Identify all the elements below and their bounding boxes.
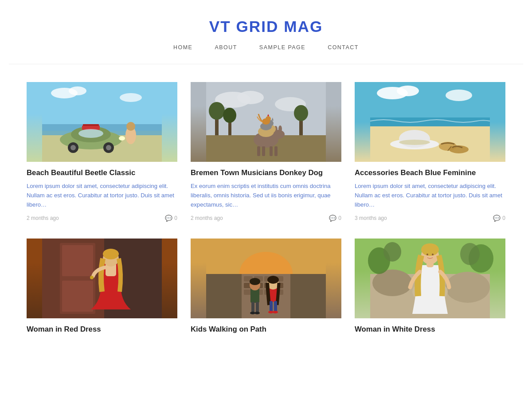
post-body-3: Accessories Beach Blue Feminine Lorem ip… <box>355 162 505 225</box>
svg-point-17 <box>120 93 142 102</box>
nav-item-home[interactable]: HOME <box>173 44 192 51</box>
post-date-2: 2 months ago <box>191 215 223 221</box>
comment-icon-3: 💬 <box>493 215 501 222</box>
post-body-5: Kids Walking on Path <box>191 318 341 341</box>
svg-point-28 <box>294 105 308 121</box>
svg-point-24 <box>209 102 225 120</box>
post-excerpt-1: Lorem ipsum dolor sit amet, consectetur … <box>27 181 177 209</box>
svg-rect-82 <box>206 274 242 318</box>
svg-rect-34 <box>262 146 265 156</box>
post-image-3[interactable] <box>355 82 505 162</box>
post-meta-1: 2 months ago 💬 0 <box>27 215 177 222</box>
svg-rect-60 <box>62 281 93 312</box>
post-card-4: Woman in Red Dress <box>27 239 177 341</box>
post-excerpt-2: Ex eorum enim scriptis et institutis cum… <box>191 181 341 209</box>
post-image-2[interactable] <box>191 82 341 162</box>
svg-point-8 <box>106 145 111 150</box>
site-nav: HOME ABOUT SAMPLE PAGE CONTACT <box>9 35 523 64</box>
svg-rect-87 <box>251 302 254 313</box>
svg-point-106 <box>460 243 480 265</box>
svg-point-111 <box>426 254 428 255</box>
post-card-2: Bremen Town Musicians Donkey Dog Ex eoru… <box>191 82 341 225</box>
post-title-5[interactable]: Kids Walking on Path <box>191 325 341 334</box>
post-comments-3: 💬 0 <box>493 215 505 222</box>
nav-item-sample-page[interactable]: SAMPLE PAGE <box>259 44 305 51</box>
svg-rect-83 <box>290 274 326 318</box>
svg-rect-10 <box>83 124 99 126</box>
svg-point-65 <box>103 249 119 259</box>
post-comments-2: 💬 0 <box>329 215 341 222</box>
post-body-2: Bremen Town Musicians Donkey Dog Ex eoru… <box>191 162 341 225</box>
svg-point-97 <box>273 311 278 313</box>
svg-point-11 <box>78 129 103 138</box>
svg-point-93 <box>267 276 279 284</box>
svg-rect-59 <box>62 245 93 276</box>
svg-point-110 <box>421 243 439 256</box>
svg-point-44 <box>266 116 271 121</box>
svg-rect-35 <box>270 146 273 156</box>
svg-rect-36 <box>274 146 278 156</box>
post-card-5: Kids Walking on Path <box>191 239 341 341</box>
post-comment-count-1: 0 <box>174 215 177 221</box>
svg-point-6 <box>70 145 76 150</box>
post-card-1: Beach Beautiful Beetle Classic Lorem ips… <box>27 82 177 225</box>
post-comments-1: 💬 0 <box>165 215 177 222</box>
svg-point-14 <box>126 122 135 131</box>
post-image-5[interactable] <box>191 239 341 318</box>
comment-icon-1: 💬 <box>165 215 172 222</box>
post-title-3[interactable]: Accessories Beach Blue Feminine <box>355 168 505 178</box>
svg-point-112 <box>432 254 434 255</box>
svg-rect-95 <box>274 301 277 312</box>
svg-rect-94 <box>270 301 273 312</box>
post-image-6[interactable] <box>355 239 505 318</box>
nav-item-contact[interactable]: CONTACT <box>328 44 359 51</box>
post-title-4[interactable]: Woman in Red Dress <box>27 325 177 334</box>
svg-point-32 <box>278 125 282 133</box>
post-comment-count-3: 0 <box>502 215 505 221</box>
post-date-1: 2 months ago <box>27 215 59 221</box>
svg-point-101 <box>446 272 490 303</box>
post-body-1: Beach Beautiful Beetle Classic Lorem ips… <box>27 162 177 225</box>
svg-point-54 <box>399 140 430 145</box>
post-body-6: Woman in White Dress <box>355 318 505 341</box>
post-card-6: Woman in White Dress <box>355 239 505 341</box>
svg-point-66 <box>90 276 94 279</box>
post-image-1[interactable] <box>27 82 177 162</box>
main-content: Beach Beautiful Beetle Classic Lorem ips… <box>0 69 532 355</box>
svg-point-105 <box>383 242 401 262</box>
post-meta-2: 2 months ago 💬 0 <box>191 215 341 222</box>
svg-point-90 <box>254 312 260 314</box>
svg-rect-33 <box>257 146 260 156</box>
svg-point-48 <box>397 86 419 96</box>
nav-item-about[interactable]: ABOUT <box>215 44 237 51</box>
post-image-4[interactable] <box>27 239 177 318</box>
svg-point-49 <box>446 90 472 101</box>
post-date-3: 3 months ago <box>355 215 387 221</box>
svg-point-20 <box>237 91 264 104</box>
site-wrapper: VT GRID MAG HOME ABOUT SAMPLE PAGE CONTA… <box>0 0 532 399</box>
post-title-2[interactable]: Bremen Town Musicians Donkey Dog <box>191 168 341 178</box>
site-header: VT GRID MAG HOME ABOUT SAMPLE PAGE CONTA… <box>0 0 532 69</box>
post-excerpt-3: Lorem ipsum dolor sit amet, consectetur … <box>355 181 505 209</box>
svg-point-86 <box>250 278 260 285</box>
comment-icon-2: 💬 <box>329 215 336 222</box>
post-meta-3: 3 months ago 💬 0 <box>355 215 505 222</box>
post-title-6[interactable]: Woman in White Dress <box>355 325 505 334</box>
post-title-1[interactable]: Beach Beautiful Beetle Classic <box>27 168 177 178</box>
svg-point-12 <box>119 136 125 141</box>
post-body-4: Woman in Red Dress <box>27 318 177 341</box>
posts-grid: Beach Beautiful Beetle Classic Lorem ips… <box>27 82 505 341</box>
svg-rect-88 <box>256 302 259 313</box>
post-comment-count-2: 0 <box>338 215 341 221</box>
site-title: VT GRID MAG <box>9 18 523 35</box>
post-card-3: Accessories Beach Blue Feminine Lorem ip… <box>355 82 505 225</box>
svg-point-16 <box>69 86 86 95</box>
svg-point-26 <box>223 108 236 123</box>
